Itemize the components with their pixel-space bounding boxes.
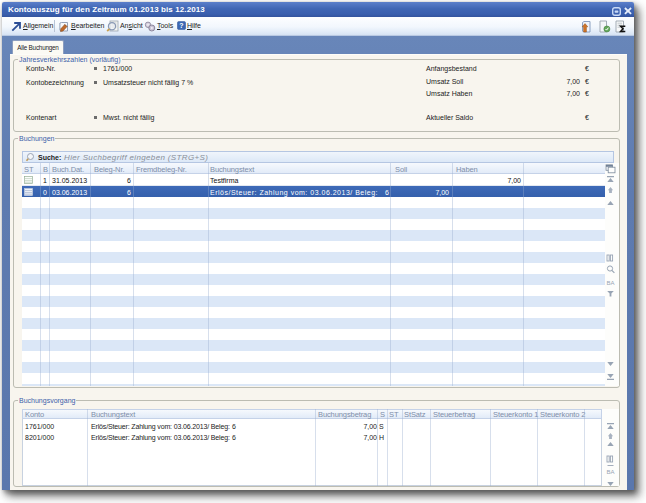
svg-text:BA: BA	[607, 280, 615, 286]
svg-text:?: ?	[179, 22, 183, 29]
svg-text:BA: BA	[607, 469, 615, 475]
